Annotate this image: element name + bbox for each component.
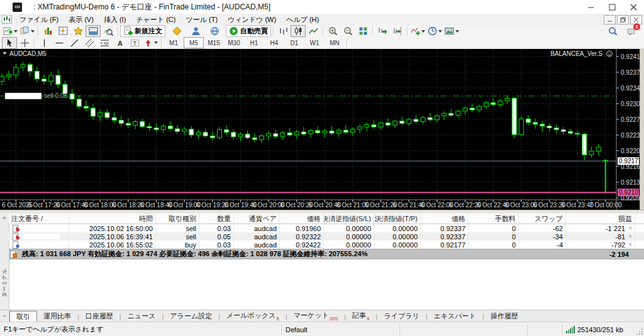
text-button[interactable]: A bbox=[112, 37, 127, 49]
globe-button[interactable] bbox=[207, 25, 222, 37]
chart-shift-button[interactable] bbox=[390, 25, 405, 37]
terminal-tab-10[interactable]: 操作履歴 bbox=[484, 311, 525, 322]
resize-grip[interactable] bbox=[635, 322, 644, 336]
column-header[interactable]: 価格 bbox=[421, 214, 469, 224]
text-label-button[interactable]: T bbox=[127, 37, 142, 49]
trendline-button[interactable] bbox=[67, 37, 82, 49]
terminal-close-icon[interactable]: × bbox=[0, 214, 9, 222]
arrows-button[interactable] bbox=[142, 37, 159, 49]
terminal-tab-9[interactable]: エキスパート bbox=[428, 311, 482, 322]
column-header[interactable]: 注文番号 / bbox=[9, 214, 69, 224]
svg-text:T: T bbox=[133, 40, 136, 46]
autotrading-button[interactable]: 自動売買 bbox=[226, 25, 271, 37]
timeframe-button-d1[interactable]: D1 bbox=[284, 37, 304, 48]
market-watch-button[interactable] bbox=[40, 25, 55, 37]
timeframe-button-h1[interactable]: H1 bbox=[244, 37, 264, 48]
column-header[interactable]: 決済逆指値(S/L) bbox=[324, 214, 374, 224]
menu-item[interactable]: 表示 (V) bbox=[64, 15, 99, 24]
close-position-icon[interactable]: × bbox=[628, 225, 632, 232]
terminal-tab-8[interactable]: ライブラリ bbox=[377, 311, 425, 322]
terminal-tab-7[interactable]: 記事9 bbox=[346, 310, 375, 322]
column-header[interactable]: 数量 bbox=[199, 214, 234, 224]
chart-window-icon[interactable] bbox=[2, 15, 12, 24]
column-header[interactable]: 決済指値(T/P) bbox=[374, 214, 421, 224]
column-header[interactable]: 価格 bbox=[280, 214, 324, 224]
chart-candles-button[interactable] bbox=[291, 25, 306, 37]
order-row[interactable]: 2025.10.02 16:50:00sell0.03audcad0.91960… bbox=[9, 224, 644, 232]
tab-badge: 6 bbox=[277, 316, 279, 322]
new-order-button[interactable]: 新規注文 bbox=[120, 25, 165, 37]
column-header[interactable]: 手数料 bbox=[469, 214, 519, 224]
close-position-icon[interactable]: × bbox=[628, 241, 632, 248]
fibonacci-button[interactable]: F bbox=[97, 37, 112, 49]
column-header[interactable]: 取引種別 bbox=[156, 214, 199, 224]
notifications-button[interactable]: 1 bbox=[624, 25, 639, 37]
zoom-in-button[interactable] bbox=[325, 25, 340, 37]
auto-scroll-button[interactable] bbox=[375, 25, 390, 37]
profiles-button[interactable] bbox=[19, 25, 36, 37]
timeframe-button-mn[interactable]: MN bbox=[325, 37, 345, 48]
menu-item[interactable]: ファイル (F) bbox=[14, 15, 64, 24]
terminal-button[interactable] bbox=[86, 25, 101, 37]
terminal-tab-trade[interactable]: 取引 bbox=[9, 311, 37, 322]
order-row[interactable]: 2025.10.06 16:39:41sell0.05audcad0.92322… bbox=[9, 232, 644, 241]
timeframe-button-m1[interactable]: M1 bbox=[164, 37, 184, 48]
indicators-button[interactable] bbox=[409, 25, 426, 37]
order-row[interactable]: 2025.10.06 16:55:02buy0.03audcad0.924220… bbox=[9, 241, 644, 249]
terminal-tab-1[interactable]: 運用比率 bbox=[37, 311, 77, 322]
vertical-line-button[interactable] bbox=[36, 37, 52, 49]
new-order-label: 新規注文 bbox=[135, 26, 162, 36]
svg-text:F: F bbox=[106, 42, 108, 46]
templates-button[interactable] bbox=[443, 25, 460, 37]
periods-button[interactable] bbox=[426, 25, 443, 37]
close-position-icon[interactable]: × bbox=[628, 233, 632, 240]
close-button[interactable] bbox=[623, 0, 644, 14]
cursor-button[interactable] bbox=[2, 37, 17, 49]
menu-item[interactable]: ヘルプ (H) bbox=[281, 15, 324, 24]
column-header[interactable]: 通貨ペア bbox=[234, 214, 280, 224]
chart-bars-button[interactable] bbox=[275, 25, 291, 37]
mdi-minimize-button[interactable] bbox=[604, 15, 616, 24]
status-profile[interactable]: Default bbox=[281, 324, 399, 335]
column-header[interactable]: スワップ bbox=[519, 214, 566, 224]
order-cell: 0.92322 bbox=[280, 232, 324, 241]
terminal-tab-4[interactable]: アラーム設定 bbox=[164, 311, 218, 322]
data-window-button[interactable] bbox=[55, 25, 70, 37]
timeframe-button-h4[interactable]: H4 bbox=[264, 37, 284, 48]
order-cell: 0.03 bbox=[199, 241, 234, 249]
menu-item[interactable]: チャート (C) bbox=[131, 15, 180, 24]
maximize-button[interactable] bbox=[601, 0, 623, 14]
menu-item[interactable]: 挿入 (I) bbox=[99, 15, 131, 24]
column-header[interactable]: 損益 bbox=[566, 214, 635, 224]
timeframe-button-w1[interactable]: W1 bbox=[304, 37, 325, 48]
timeframe-button-m30[interactable]: M30 bbox=[224, 37, 244, 48]
order-number-redaction bbox=[23, 225, 60, 231]
equidistant-channel-button[interactable] bbox=[82, 37, 97, 49]
chart-canvas[interactable]: 6 Oct 20256 Oct 17:206 Oct 17:406 Oct 18… bbox=[0, 49, 640, 210]
new-chart-button[interactable] bbox=[2, 25, 19, 37]
column-header[interactable]: 時間 bbox=[69, 214, 156, 224]
menu-item[interactable]: ウィンドウ (W) bbox=[223, 15, 281, 24]
navigator-button[interactable] bbox=[70, 25, 86, 37]
publisher-button[interactable] bbox=[188, 25, 203, 37]
zoom-out-button[interactable] bbox=[340, 25, 355, 37]
tile-windows-button[interactable] bbox=[355, 25, 370, 37]
horizontal-line-button[interactable] bbox=[52, 37, 67, 49]
strategy-tester-button[interactable] bbox=[101, 25, 116, 37]
terminal-tab-2[interactable]: 口座履歴 bbox=[79, 311, 119, 322]
crosshair-button[interactable] bbox=[17, 37, 32, 49]
terminal-tab-5[interactable]: メールボックス6 bbox=[220, 310, 286, 322]
timeframe-button-m15[interactable]: M15 bbox=[204, 37, 224, 48]
mdi-restore-button[interactable] bbox=[617, 15, 629, 24]
dropdown-caret-icon bbox=[31, 30, 35, 33]
time-axis[interactable]: 6 Oct 20256 Oct 17:206 Oct 17:406 Oct 18… bbox=[2, 202, 622, 209]
menu-item[interactable]: ツール (T) bbox=[180, 15, 223, 24]
metaeditor-button[interactable] bbox=[169, 25, 184, 37]
search-button[interactable] bbox=[605, 25, 620, 37]
minimize-button[interactable] bbox=[580, 0, 601, 14]
order-cell: 0.92337 bbox=[421, 232, 469, 241]
chart-line-button[interactable] bbox=[306, 25, 321, 37]
timeframe-button-m5[interactable]: M5 bbox=[184, 37, 204, 48]
terminal-tab-6[interactable]: マーケット105 bbox=[287, 310, 344, 322]
terminal-tab-3[interactable]: ニュース bbox=[121, 311, 162, 322]
